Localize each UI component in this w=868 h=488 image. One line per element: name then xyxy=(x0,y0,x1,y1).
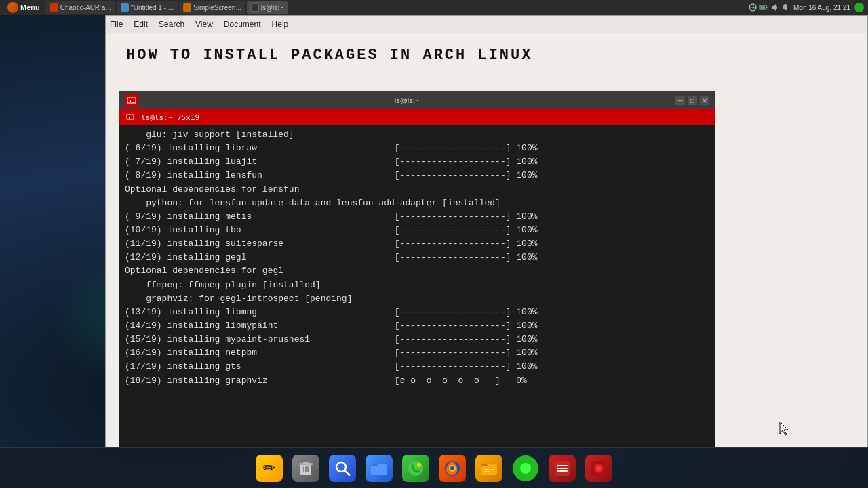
terminal-taskbar-icon xyxy=(251,3,259,12)
svg-rect-27 xyxy=(557,465,568,466)
svg-rect-12 xyxy=(307,466,309,472)
volume-icon-taskbar xyxy=(770,3,778,12)
dock: ✏ xyxy=(0,447,868,488)
svg-point-17 xyxy=(417,463,421,467)
dock-files[interactable] xyxy=(363,453,395,484)
untitled-label: *Untitled 1 - ... xyxy=(131,4,174,12)
terminal-tab-title: ls@ls:~ 75x19 xyxy=(141,113,199,122)
dock-serpentine-icon xyxy=(402,455,429,482)
simplescreen-label: SimpleScreen... xyxy=(193,4,241,12)
svg-marker-4 xyxy=(772,4,776,11)
term-line-7: (10/19) installing tbb [----------------… xyxy=(125,224,709,237)
dock-firefox[interactable] xyxy=(437,453,468,484)
chaotic-icon xyxy=(50,3,58,12)
dock-delete[interactable] xyxy=(290,453,321,484)
taskbar-top: Menu Chaotic-AUR a... *Untitled 1 - ... … xyxy=(0,0,868,15)
svg-point-16 xyxy=(408,461,423,476)
dock-filemanager[interactable] xyxy=(473,453,505,484)
terminal-tab-icon xyxy=(125,112,136,123)
term-line-5: python: for lensfun-update-data and lens… xyxy=(125,197,709,210)
term-line-6: ( 9/19) installing metis [--------------… xyxy=(125,210,709,224)
dock-firefox-icon xyxy=(439,455,466,482)
chaotic-label: Chaotic-AUR a... xyxy=(60,4,111,12)
terminal-tabbar: ls@ls:~ 75x19 xyxy=(119,109,715,125)
editor-menubar: File Edit Search View Document Help xyxy=(106,16,867,33)
taskbar-app-chaotic[interactable]: Chaotic-AUR a... xyxy=(46,1,115,14)
bell-icon xyxy=(781,3,789,12)
editor-menu-document[interactable]: Document xyxy=(224,20,261,29)
terminal-maximize-btn[interactable]: □ xyxy=(688,96,697,105)
svg-point-25 xyxy=(520,463,531,474)
term-line-15: (15/19) installing mypaint-brushes1 [---… xyxy=(125,333,709,346)
sys-icons xyxy=(749,3,789,12)
dock-serpentine[interactable] xyxy=(400,453,431,484)
taskbar-app-simplescreen[interactable]: SimpleScreen... xyxy=(179,1,245,14)
svg-rect-6 xyxy=(127,115,134,119)
term-line-2: ( 7/19) installing luajit [-------------… xyxy=(125,155,709,169)
terminal-minimize-btn[interactable]: ─ xyxy=(675,96,685,105)
menu-label: Menu xyxy=(20,3,40,12)
main-area: File Edit Search View Document Help HOW … xyxy=(0,15,868,447)
dock-record[interactable] xyxy=(583,453,614,484)
term-line-1: ( 6/19) installing libraw [-------------… xyxy=(125,142,709,155)
terminal-taskbar-label: ls@ls:~ xyxy=(261,4,283,12)
mouse-cursor xyxy=(778,420,787,434)
dock-taskmanager[interactable] xyxy=(547,453,578,484)
editor-menu-help[interactable]: Help xyxy=(272,20,289,29)
taskbar-app-untitled[interactable]: *Untitled 1 - ... xyxy=(117,1,178,14)
svg-rect-29 xyxy=(557,470,568,472)
taskbar-apps: Chaotic-AUR a... *Untitled 1 - ... Simpl… xyxy=(46,1,288,14)
taskbar-app-terminal[interactable]: ls@ls:~ xyxy=(247,1,288,14)
term-line-14: (14/19) installing libmypaint [---------… xyxy=(125,319,709,333)
dock-volume[interactable] xyxy=(510,453,541,484)
term-line-17: (17/19) installing gts [----------------… xyxy=(125,360,709,373)
dock-record-icon xyxy=(585,455,612,482)
svg-rect-3 xyxy=(761,6,765,9)
dock-filemanager-icon xyxy=(475,455,502,482)
term-line-10: Optional dependencies for gegl xyxy=(125,264,709,278)
dock-notes-icon: ✏ xyxy=(256,455,283,482)
editor-menu-view[interactable]: View xyxy=(195,20,213,29)
dock-taskmanager-icon xyxy=(549,455,576,482)
term-line-18: (18/19) installing graphviz [c o o o o o… xyxy=(125,374,709,388)
untitled-icon xyxy=(121,3,129,12)
terminal-window-title: ls@ls:~ xyxy=(138,96,675,104)
svg-rect-9 xyxy=(303,462,309,464)
terminal-app-icon xyxy=(125,94,138,107)
dock-delete-icon xyxy=(292,455,319,482)
dock-files-icon xyxy=(366,455,393,482)
svg-rect-28 xyxy=(557,468,568,469)
svg-rect-11 xyxy=(305,466,307,472)
dock-notes[interactable]: ✏ xyxy=(254,453,285,484)
terminal-body[interactable]: glu: jiv support [installed] ( 6/19) ins… xyxy=(119,125,715,447)
editor-menu-edit[interactable]: Edit xyxy=(134,20,148,29)
dock-volume-icon xyxy=(512,455,539,482)
editor-menu-file[interactable]: File xyxy=(110,20,123,29)
terminal-controls: ─ □ ✕ xyxy=(675,96,709,105)
clock: Mon 16 Aug, 21:21 xyxy=(793,4,850,12)
svg-point-20 xyxy=(450,466,454,470)
term-line-13: (13/19) installing libmng [-------------… xyxy=(125,306,709,319)
indicator-icon xyxy=(854,3,864,12)
term-line-11: ffmpeg: ffmpeg plugin [installed] xyxy=(125,279,709,292)
dock-search[interactable] xyxy=(327,453,358,484)
taskbar-right: Mon 16 Aug, 21:21 xyxy=(749,3,864,12)
term-line-8: (11/19) installing suitesparse [--------… xyxy=(125,237,709,251)
term-line-9: (12/19) installing gegl [---------------… xyxy=(125,251,709,264)
editor-title: HOW TO INSTALL PACKAGES IN ARCH LINUX xyxy=(106,33,867,77)
term-line-16: (16/19) installing netpbm [-------------… xyxy=(125,346,709,360)
desktop: Menu Chaotic-AUR a... *Untitled 1 - ... … xyxy=(0,0,868,488)
menu-button[interactable]: Menu xyxy=(4,1,43,14)
terminal-titlebar: ls@ls:~ ─ □ ✕ xyxy=(119,92,715,109)
network-icon xyxy=(749,3,757,12)
dock-search-icon xyxy=(329,455,356,482)
editor-menu-search[interactable]: Search xyxy=(159,20,184,29)
svg-rect-2 xyxy=(766,7,768,8)
terminal-close-btn[interactable]: ✕ xyxy=(700,96,709,105)
simplescreen-icon xyxy=(183,3,191,12)
term-line-3: ( 8/19) installing lensfun [------------… xyxy=(125,169,709,182)
menu-icon xyxy=(7,2,18,13)
battery-icon xyxy=(760,3,768,12)
svg-line-14 xyxy=(344,470,349,475)
terminal-window: ls@ls:~ ─ □ ✕ ls@ls:~ 75x19 glu: jiv sup… xyxy=(119,91,715,447)
